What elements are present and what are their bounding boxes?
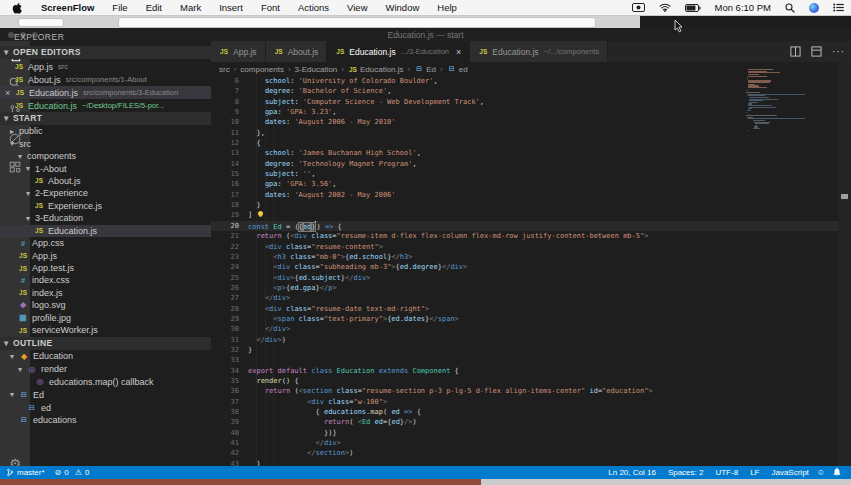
line-number: 26: [211, 283, 239, 293]
line-number: 33: [211, 355, 239, 365]
apple-menu-icon[interactable]: [12, 2, 22, 14]
desktop-strip-right: [481, 479, 851, 485]
battery-icon[interactable]: [678, 4, 708, 12]
code-line: 29 <span class="text-primary">{ed.dates}…: [211, 314, 851, 324]
editor-tab[interactable]: JSEducation.js.../3-Education×: [327, 41, 470, 62]
code-line: 32}: [211, 345, 851, 355]
line-number: 25: [211, 273, 239, 283]
split-editor-icon[interactable]: [790, 46, 801, 57]
editor-tab[interactable]: JSApp.js: [211, 41, 266, 62]
code-text: render() {: [248, 376, 299, 386]
status-item[interactable]: LF: [750, 468, 759, 477]
code-line: 33: [211, 355, 851, 365]
menu-item-view[interactable]: View: [338, 2, 376, 13]
menu-clock[interactable]: Mon 6:10 PM: [708, 2, 779, 13]
breadcrumb-item[interactable]: src: [219, 65, 230, 74]
feedback-smiley-icon[interactable]: ☺: [817, 468, 825, 477]
code-line: 37 <div class="w-100">: [211, 397, 851, 407]
code-text: <span class="text-primary">{ed.dates}</s…: [248, 314, 459, 324]
tab-description: ~/.../components: [544, 47, 600, 56]
status-item[interactable]: JavaScript: [771, 468, 808, 477]
code-text: </div>: [248, 293, 290, 303]
tab-actions: ···: [780, 41, 845, 62]
editor-tab[interactable]: JSAbout.js: [266, 41, 328, 62]
tab-label: About.js: [288, 47, 319, 57]
minimap-line: [748, 76, 767, 77]
problems-indicator[interactable]: ⊘ 0 ⚠ 0: [55, 468, 90, 477]
code-text: }: [248, 200, 261, 210]
breadcrumb-item[interactable]: 3-Education: [295, 65, 338, 74]
code-line: 16 gpa: 'GPA: 3.56',: [211, 179, 851, 189]
code-text: }: [248, 459, 261, 466]
code-text: },: [248, 128, 265, 138]
wifi-icon[interactable]: [652, 3, 678, 12]
breadcrumb-item[interactable]: JSEducation.js: [348, 65, 404, 74]
editor-tab[interactable]: JSEducation.js~/.../components: [470, 41, 608, 62]
notification-center-icon[interactable]: [826, 3, 851, 12]
editor-scrollbar[interactable]: [838, 62, 851, 466]
code-text: dates: 'August 2002 - May 2006': [248, 190, 396, 200]
menu-item-help[interactable]: Help: [428, 2, 466, 13]
line-number: 36: [211, 386, 239, 396]
breadcrumb-label: Ed: [426, 65, 436, 74]
siri-icon[interactable]: [802, 3, 826, 13]
editor-layout-icon[interactable]: [811, 46, 822, 57]
code-action-lightbulb-icon[interactable]: [258, 211, 263, 216]
close-icon[interactable]: ×: [456, 47, 461, 57]
menu-item-window[interactable]: Window: [377, 2, 429, 13]
menu-item-insert[interactable]: Insert: [210, 2, 252, 13]
line-number: 32: [211, 345, 239, 355]
js-file-icon: JS: [335, 48, 345, 55]
line-number: 28: [211, 304, 239, 314]
js-file-icon: JS: [478, 48, 488, 55]
error-icon: ⊘: [55, 468, 62, 477]
breadcrumb-label: src: [219, 65, 230, 74]
code-line: 30 </div>: [211, 324, 851, 334]
code-text: <div class="resume-content">: [248, 242, 383, 252]
code-text: { educations.map( ed => {: [248, 407, 421, 417]
menu-item-edit[interactable]: Edit: [137, 2, 171, 13]
minimap-line: [755, 123, 769, 124]
code-line: 27 </div>: [211, 293, 851, 303]
line-number: 39: [211, 417, 239, 427]
breadcrumb-item[interactable]: ⊟ed: [447, 65, 468, 74]
more-actions-icon[interactable]: ···: [832, 46, 845, 57]
tab-label: App.js: [233, 47, 257, 57]
breadcrumb-separator: ›: [408, 65, 411, 74]
status-item[interactable]: Ln 20, Col 16: [608, 468, 656, 477]
minimap-line: [749, 97, 769, 98]
symbol-field-icon: ⊟: [447, 65, 457, 73]
breadcrumb-item[interactable]: ⊟Ed: [414, 65, 436, 74]
minimap-line: [753, 128, 760, 129]
menu-app-name[interactable]: ScreenFlow: [32, 2, 103, 13]
editor-tab-bar: JSApp.jsJSAbout.jsJSEducation.js.../3-Ed…: [211, 41, 851, 62]
code-text: <div class="w-100">: [248, 397, 387, 407]
code-text: }: [248, 345, 252, 355]
code-line: 43 }: [211, 459, 851, 466]
status-item[interactable]: Spaces: 2: [668, 468, 704, 477]
line-number: 27: [211, 293, 239, 303]
minimap-line: [746, 92, 760, 93]
menu-item-font[interactable]: Font: [252, 2, 289, 13]
menu-item-mark[interactable]: Mark: [171, 2, 210, 13]
menu-item-file[interactable]: File: [103, 2, 136, 13]
code-line: 25 <div>{ed.subject}</div>: [211, 273, 851, 283]
line-number: 19: [211, 210, 239, 220]
line-number: 13: [211, 148, 239, 158]
spotlight-search-icon[interactable]: [778, 3, 802, 13]
screen-recording-icon[interactable]: [625, 3, 652, 12]
git-branch-indicator[interactable]: master*: [6, 468, 45, 477]
code-text: subject: 'Computer Science - Web Develop…: [248, 97, 484, 107]
code-line: 42 </section>): [211, 448, 851, 458]
minimap-line: [748, 87, 767, 88]
breadcrumb-item[interactable]: components: [240, 65, 284, 74]
breadcrumb-separator: ›: [341, 65, 344, 74]
code-line: 21 return (<div class="resume-item d-fle…: [211, 231, 851, 241]
minimap[interactable]: [746, 69, 836, 179]
line-number: 31: [211, 335, 239, 345]
menu-item-actions[interactable]: Actions: [289, 2, 338, 13]
minimap-line: [747, 89, 748, 90]
notifications-bell-icon[interactable]: [833, 467, 841, 478]
status-item[interactable]: UTF-8: [715, 468, 738, 477]
line-number: 30: [211, 324, 239, 334]
